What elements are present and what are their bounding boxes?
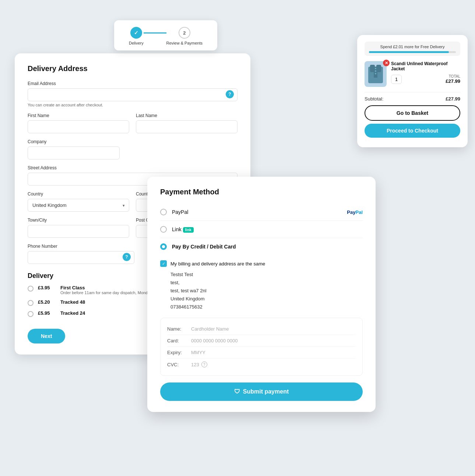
country-group: Country United Kingdom ▾ (28, 191, 129, 212)
billing-same-checkbox[interactable]: ✓ (160, 260, 167, 267)
basket-item-details: Scandi Unlined Waterproof Jacket 1 TOTAL… (391, 61, 460, 84)
step-1-label: Delivery (129, 41, 144, 45)
email-group: Email Address ? You can create an accoun… (28, 81, 238, 107)
phone-help-icon[interactable]: ? (123, 253, 131, 261)
phone-input[interactable] (28, 251, 134, 264)
link-label: Link link (172, 226, 363, 232)
delivery-info-3: £5.95 Tracked 24 (38, 310, 85, 316)
email-help-icon[interactable]: ? (226, 90, 234, 98)
step-1-circle: ✓ (130, 27, 142, 39)
billing-address-block: Testst Test test, test, test wa7 2nl Uni… (160, 271, 363, 311)
first-name-group: First Name (28, 113, 129, 133)
total-label: TOTAL (446, 74, 460, 78)
cvc-help-icon[interactable]: ? (201, 362, 207, 367)
link-option[interactable]: Link link (160, 221, 363, 238)
step-2-label: Review & Payments (166, 41, 203, 45)
first-name-input[interactable] (28, 120, 129, 133)
next-button[interactable]: Next (28, 329, 65, 343)
delivery-price-1: £3.95 (38, 285, 54, 290)
town-label: Town/City (28, 218, 129, 223)
town-input[interactable] (28, 225, 129, 238)
card-name-label: Name: (167, 326, 191, 332)
item-price: £27.99 (446, 78, 460, 84)
delivery-info-2: £5.20 Tracked 48 (38, 299, 85, 305)
email-input-wrapper: ? (28, 88, 238, 101)
link-radio[interactable] (160, 226, 167, 233)
card-fields-block: Name: Cardholder Name Card: 0000 0000 00… (160, 318, 363, 376)
svg-point-6 (375, 70, 376, 72)
email-label: Email Address (28, 81, 238, 86)
subtotal-amount: £27.99 (446, 96, 460, 102)
credit-card-option[interactable]: Pay By Credit / Debit Card (160, 238, 363, 255)
svg-point-7 (375, 73, 376, 74)
card-name-placeholder[interactable]: Cardholder Name (191, 326, 229, 332)
billing-same-label: My billing and delivery address are the … (170, 261, 265, 267)
company-input[interactable] (28, 147, 120, 159)
step-2-number: 2 (183, 30, 186, 36)
last-name-group: Last Name (136, 113, 238, 133)
step-1: ✓ Delivery (129, 27, 144, 45)
delivery-price-3: £5.95 (38, 310, 54, 316)
company-label: Company (28, 139, 120, 144)
price-total-block: TOTAL £27.99 (446, 74, 460, 84)
last-name-label: Last Name (136, 113, 238, 118)
remove-item-button[interactable]: ✕ (383, 60, 390, 66)
name-row: First Name Last Name (28, 113, 238, 139)
go-to-basket-button[interactable]: Go to Basket (365, 105, 460, 121)
country-select-wrapper: United Kingdom ▾ (28, 199, 129, 212)
billing-line-4: United Kingdom (170, 295, 363, 303)
delivery-address-title: Delivery Address (28, 64, 238, 73)
first-name-label: First Name (28, 113, 129, 118)
billing-line-5: 073846175632 (170, 303, 363, 311)
delivery-progress-bar (369, 51, 456, 53)
card-expiry-placeholder[interactable]: MMYY (191, 350, 205, 355)
card-cvc-label: CVC: (167, 362, 191, 367)
email-input[interactable] (28, 88, 238, 101)
delivery-radio-2[interactable] (28, 300, 34, 306)
card-cvc-placeholder[interactable]: 123 (191, 362, 199, 367)
step-2: 2 Review & Payments (166, 27, 203, 45)
link-badge: link (183, 227, 194, 233)
subtotal-label: Subtotal: (365, 96, 383, 102)
delivery-price-2: £5.20 (38, 299, 54, 305)
progress-line (144, 32, 166, 34)
card-cvc-row: CVC: 123 ? (167, 359, 356, 370)
street-label: Street Address (28, 165, 238, 170)
jacket-svg (366, 63, 385, 85)
billing-line-2: test, (170, 279, 363, 287)
email-hint: You can create an account after checkout… (28, 103, 238, 107)
card-number-placeholder[interactable]: 0000 0000 0000 0000 (191, 338, 238, 343)
country-select[interactable]: United Kingdom (28, 199, 129, 212)
basket-card: Spend £2.01 more for Free Delivery ✕ (357, 35, 468, 147)
last-name-input[interactable] (136, 120, 238, 133)
billing-same-row: ✓ My billing and delivery address are th… (160, 260, 363, 267)
quantity-input[interactable]: 1 (391, 75, 402, 84)
free-delivery-text: Spend £2.01 more for Free Delivery (380, 45, 445, 49)
phone-input-wrapper: ? (28, 251, 134, 264)
paypal-label: PayPal (172, 209, 342, 215)
basket-item-img-wrapper: ✕ (365, 61, 387, 87)
basket-qty-price-row: 1 TOTAL £27.99 (391, 74, 460, 84)
payment-card: Payment Method PayPal PayPal Link link P… (147, 177, 376, 412)
credit-card-label: Pay By Credit / Debit Card (172, 244, 363, 250)
progress-card: ✓ Delivery 2 Review & Payments (114, 20, 217, 50)
submit-payment-button[interactable]: 🛡 Submit payment (160, 382, 363, 401)
delivery-name-3: Tracked 24 (60, 310, 85, 316)
delivery-radio-3[interactable] (28, 311, 34, 317)
delivery-name-2: Tracked 48 (60, 299, 85, 305)
card-expiry-label: Expiry: (167, 350, 191, 355)
delivery-radio-1[interactable] (28, 286, 34, 292)
billing-line-3: test, test wa7 2nl (170, 287, 363, 295)
free-delivery-banner: Spend £2.01 more for Free Delivery (365, 42, 460, 56)
card-expiry-row: Expiry: MMYY (167, 347, 356, 359)
check-icon: ✓ (134, 30, 138, 36)
country-label: Country (28, 191, 129, 197)
paypal-option[interactable]: PayPal PayPal (160, 204, 363, 221)
card-number-label: Card: (167, 338, 191, 343)
credit-card-radio[interactable] (160, 243, 167, 250)
basket-item-name: Scandi Unlined Waterproof Jacket (391, 61, 460, 71)
proceed-to-checkout-button[interactable]: Proceed to Checkout (365, 124, 460, 138)
card-number-row: Card: 0000 0000 0000 0000 (167, 335, 356, 347)
svg-point-5 (375, 68, 376, 69)
paypal-radio[interactable] (160, 209, 167, 215)
